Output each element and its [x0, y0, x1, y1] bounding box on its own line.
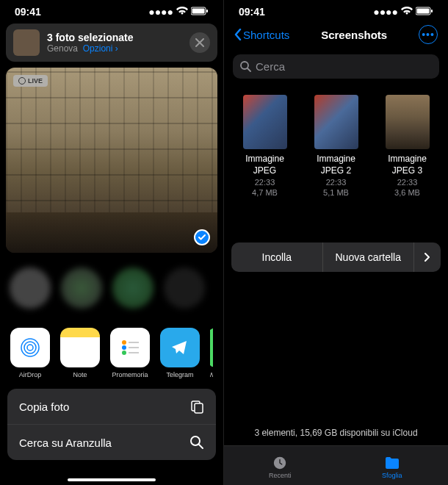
status-time: 09:41: [239, 6, 265, 18]
file-thumbnail: [243, 95, 287, 149]
app-label: W: [210, 371, 213, 378]
app-notes[interactable]: Note: [60, 328, 100, 378]
context-more[interactable]: [414, 242, 441, 272]
svg-rect-17: [431, 10, 433, 12]
signal-icon: ●●●●: [148, 6, 173, 18]
contact-suggestion[interactable]: [9, 267, 51, 316]
context-new-folder[interactable]: Nuova cartella: [323, 242, 415, 272]
tab-label: Recenti: [269, 472, 292, 479]
apps-row: AirDrop Note Promemoria Telegram W: [0, 322, 223, 386]
file-name: ImmagineJPEG 2: [317, 154, 355, 176]
action-label: Cerca su Aranzulla: [19, 436, 112, 449]
search-icon: [189, 435, 204, 450]
svg-rect-11: [129, 352, 139, 353]
contact-suggestion[interactable]: [112, 267, 154, 316]
tab-label: Sfoglia: [382, 472, 402, 479]
action-label: Copia foto: [19, 400, 69, 413]
svg-rect-16: [417, 9, 430, 14]
nav-bar: Shortcuts Screenshots •••: [224, 21, 448, 48]
contact-suggestion[interactable]: [60, 267, 103, 316]
svg-rect-9: [129, 342, 139, 343]
contacts-row: [0, 259, 223, 322]
wifi-icon: [401, 6, 413, 18]
copy-icon: [189, 399, 204, 414]
svg-point-7: [122, 345, 126, 350]
file-item[interactable]: ImmagineJPEG 3 22:33 3,6 MB: [378, 95, 436, 197]
more-button[interactable]: •••: [419, 25, 438, 44]
wifi-icon: [176, 6, 188, 18]
files-app-screen: 09:41 ●●●● Shortcuts Screenshots ••• Cer…: [224, 0, 448, 485]
file-name: ImmagineJPEG 3: [388, 154, 427, 176]
tab-browse[interactable]: Sfoglia: [336, 446, 449, 485]
nav-title: Screenshots: [321, 29, 387, 41]
file-item[interactable]: ImmagineJPEG 2 22:33 5,1 MB: [307, 95, 365, 197]
share-header: 3 foto selezionate Genova Opzioni ›: [6, 24, 217, 62]
chevron-right-icon: [424, 253, 430, 262]
status-icons: ●●●●: [148, 6, 209, 18]
file-time: 22:33: [326, 178, 347, 187]
file-thumbnail: [386, 95, 430, 149]
file-time: 22:33: [255, 178, 275, 187]
file-size: 3,6 MB: [394, 188, 420, 197]
share-thumbnail[interactable]: [13, 29, 40, 56]
selected-check-icon[interactable]: [194, 229, 210, 245]
contact-suggestion[interactable]: [163, 267, 206, 316]
tab-recents[interactable]: Recenti: [224, 446, 336, 485]
status-time: 09:41: [15, 6, 41, 18]
status-bar: 09:41 ●●●●: [224, 0, 448, 21]
context-menu: Incolla Nuova cartella: [231, 242, 441, 272]
clock-icon: [272, 456, 288, 470]
search-icon: [240, 61, 251, 72]
chevron-left-icon: [234, 29, 242, 40]
file-time: 22:33: [397, 178, 418, 187]
home-indicator[interactable]: [68, 478, 156, 481]
airdrop-icon: [10, 328, 50, 367]
search-input[interactable]: Cerca: [233, 54, 439, 79]
app-telegram[interactable]: Telegram: [160, 328, 200, 378]
battery-icon: [191, 6, 209, 18]
share-sheet-screen: 09:41 ●●●● 3 foto selezionate Genova Opz…: [0, 0, 224, 485]
svg-point-8: [122, 351, 126, 355]
svg-rect-1: [192, 9, 205, 14]
app-label: AirDrop: [19, 371, 42, 378]
search-placeholder: Cerca: [256, 60, 285, 73]
svg-rect-2: [206, 10, 208, 12]
ellipsis-icon: •••: [422, 29, 435, 40]
file-item[interactable]: ImmagineJPEG 22:33 4,7 MB: [236, 95, 294, 197]
svg-point-4: [24, 342, 36, 353]
app-more[interactable]: W: [210, 328, 213, 378]
app-label: Note: [73, 371, 87, 378]
app-airdrop[interactable]: AirDrop: [10, 328, 50, 378]
signal-icon: ●●●●: [373, 6, 398, 18]
share-subtitle: Genova Opzioni ›: [47, 43, 133, 54]
app-icon-partial: [210, 328, 213, 367]
svg-point-6: [122, 340, 126, 345]
actions-list: Copia foto Cerca su Aranzulla: [7, 389, 216, 460]
photo-preview[interactable]: LIVE: [6, 68, 217, 253]
file-name: ImmagineJPEG: [245, 154, 284, 176]
close-button[interactable]: [189, 32, 210, 53]
svg-rect-10: [129, 347, 139, 348]
svg-point-3: [27, 345, 33, 351]
share-options-link[interactable]: Opzioni ›: [83, 43, 118, 54]
context-paste[interactable]: Incolla: [231, 242, 323, 272]
files-grid: ImmagineJPEG 22:33 4,7 MB ImmagineJPEG 2…: [224, 85, 448, 207]
reminders-icon: [110, 328, 150, 367]
share-location: Genova: [47, 43, 78, 54]
back-button[interactable]: Shortcuts: [234, 29, 289, 41]
status-icons: ●●●●: [373, 6, 433, 18]
file-thumbnail: [314, 95, 358, 149]
action-search-aranzulla[interactable]: Cerca su Aranzulla: [7, 425, 216, 460]
back-label: Shortcuts: [243, 29, 289, 41]
battery-icon: [416, 6, 433, 18]
app-reminders[interactable]: Promemoria: [110, 328, 150, 378]
file-size: 5,1 MB: [323, 188, 349, 197]
tab-bar: Recenti Sfoglia: [224, 445, 448, 485]
share-title: 3 foto selezionate: [47, 32, 133, 43]
folder-icon: [384, 456, 400, 470]
telegram-icon: [160, 328, 200, 367]
app-label: Telegram: [166, 371, 193, 378]
action-copy-photo[interactable]: Copia foto: [7, 389, 216, 425]
storage-footer: 3 elementi, 15,69 GB disponibili su iClo…: [224, 420, 448, 445]
file-size: 4,7 MB: [252, 188, 278, 197]
